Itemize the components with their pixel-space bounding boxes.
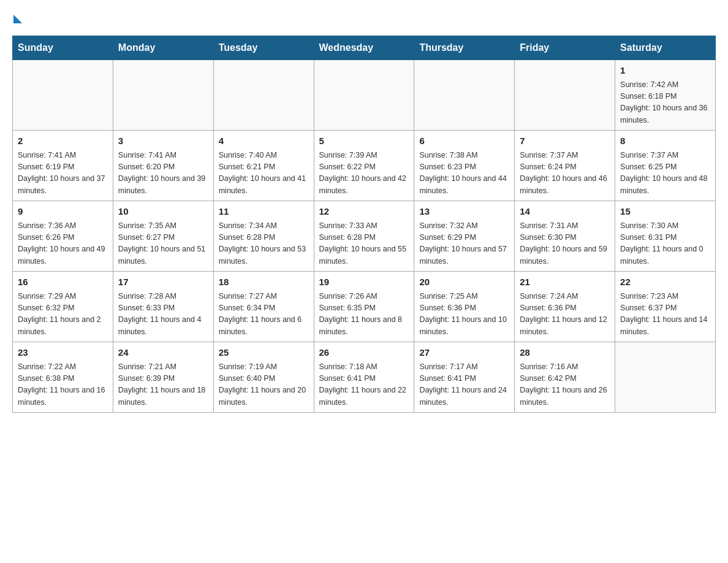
day-sun-info: Sunrise: 7:22 AM Sunset: 6:38 PM Dayligh…: [18, 361, 108, 409]
day-sun-info: Sunrise: 7:24 AM Sunset: 6:36 PM Dayligh…: [520, 291, 610, 339]
day-number: 6: [419, 134, 509, 148]
calendar-cell: 24Sunrise: 7:21 AM Sunset: 6:39 PM Dayli…: [113, 342, 213, 413]
calendar-cell: 27Sunrise: 7:17 AM Sunset: 6:41 PM Dayli…: [414, 342, 515, 413]
day-number: 4: [219, 134, 309, 148]
logo-arrow-icon: [13, 15, 22, 23]
day-sun-info: Sunrise: 7:23 AM Sunset: 6:37 PM Dayligh…: [620, 291, 710, 339]
calendar-cell: 13Sunrise: 7:32 AM Sunset: 6:29 PM Dayli…: [414, 201, 515, 272]
day-number: 27: [419, 346, 509, 360]
day-number: 10: [118, 205, 208, 219]
calendar-cell: [314, 60, 414, 131]
week-row-4: 16Sunrise: 7:29 AM Sunset: 6:32 PM Dayli…: [13, 272, 716, 342]
calendar-cell: 17Sunrise: 7:28 AM Sunset: 6:33 PM Dayli…: [113, 272, 213, 342]
day-sun-info: Sunrise: 7:37 AM Sunset: 6:24 PM Dayligh…: [520, 150, 610, 197]
calendar-cell: 8Sunrise: 7:37 AM Sunset: 6:25 PM Daylig…: [615, 131, 716, 201]
calendar-cell: 3Sunrise: 7:41 AM Sunset: 6:20 PM Daylig…: [113, 131, 213, 201]
calendar-cell: 11Sunrise: 7:34 AM Sunset: 6:28 PM Dayli…: [213, 201, 314, 272]
day-number: 13: [419, 205, 509, 219]
day-sun-info: Sunrise: 7:41 AM Sunset: 6:20 PM Dayligh…: [118, 150, 208, 197]
calendar-cell: 25Sunrise: 7:19 AM Sunset: 6:40 PM Dayli…: [213, 342, 314, 413]
calendar-cell: [113, 60, 213, 131]
day-sun-info: Sunrise: 7:39 AM Sunset: 6:22 PM Dayligh…: [319, 150, 409, 197]
col-sunday: Sunday: [13, 36, 113, 60]
day-sun-info: Sunrise: 7:42 AM Sunset: 6:18 PM Dayligh…: [620, 79, 710, 127]
week-row-2: 2Sunrise: 7:41 AM Sunset: 6:19 PM Daylig…: [13, 131, 716, 201]
calendar-cell: 20Sunrise: 7:25 AM Sunset: 6:36 PM Dayli…: [414, 272, 515, 342]
week-row-1: 1Sunrise: 7:42 AM Sunset: 6:18 PM Daylig…: [13, 60, 716, 131]
day-sun-info: Sunrise: 7:29 AM Sunset: 6:32 PM Dayligh…: [18, 291, 108, 339]
day-sun-info: Sunrise: 7:25 AM Sunset: 6:36 PM Dayligh…: [419, 291, 509, 339]
day-number: 19: [319, 275, 409, 289]
col-friday: Friday: [515, 36, 615, 60]
day-sun-info: Sunrise: 7:37 AM Sunset: 6:25 PM Dayligh…: [620, 150, 710, 197]
calendar-cell: 26Sunrise: 7:18 AM Sunset: 6:41 PM Dayli…: [314, 342, 414, 413]
day-sun-info: Sunrise: 7:40 AM Sunset: 6:21 PM Dayligh…: [219, 150, 309, 197]
calendar-cell: 7Sunrise: 7:37 AM Sunset: 6:24 PM Daylig…: [515, 131, 615, 201]
day-sun-info: Sunrise: 7:32 AM Sunset: 6:29 PM Dayligh…: [419, 220, 509, 268]
day-number: 9: [18, 205, 108, 219]
calendar-cell: [515, 60, 615, 131]
day-number: 11: [219, 205, 309, 219]
day-sun-info: Sunrise: 7:27 AM Sunset: 6:34 PM Dayligh…: [219, 291, 309, 339]
day-number: 8: [620, 134, 710, 148]
day-number: 21: [520, 275, 610, 289]
week-row-5: 23Sunrise: 7:22 AM Sunset: 6:38 PM Dayli…: [13, 342, 716, 413]
calendar-table: Sunday Monday Tuesday Wednesday Thursday…: [12, 36, 716, 413]
page-header: [12, 12, 716, 23]
day-sun-info: Sunrise: 7:36 AM Sunset: 6:26 PM Dayligh…: [18, 220, 108, 268]
calendar-cell: [414, 60, 515, 131]
calendar-cell: 1Sunrise: 7:42 AM Sunset: 6:18 PM Daylig…: [615, 60, 716, 131]
day-sun-info: Sunrise: 7:30 AM Sunset: 6:31 PM Dayligh…: [620, 220, 710, 268]
day-sun-info: Sunrise: 7:35 AM Sunset: 6:27 PM Dayligh…: [118, 220, 208, 268]
calendar-cell: 18Sunrise: 7:27 AM Sunset: 6:34 PM Dayli…: [213, 272, 314, 342]
calendar-cell: 22Sunrise: 7:23 AM Sunset: 6:37 PM Dayli…: [615, 272, 716, 342]
day-number: 25: [219, 346, 309, 360]
calendar-cell: 10Sunrise: 7:35 AM Sunset: 6:27 PM Dayli…: [113, 201, 213, 272]
calendar-cell: 19Sunrise: 7:26 AM Sunset: 6:35 PM Dayli…: [314, 272, 414, 342]
day-sun-info: Sunrise: 7:41 AM Sunset: 6:19 PM Dayligh…: [18, 150, 108, 197]
day-sun-info: Sunrise: 7:19 AM Sunset: 6:40 PM Dayligh…: [219, 361, 309, 409]
day-number: 24: [118, 346, 208, 360]
calendar-cell: 15Sunrise: 7:30 AM Sunset: 6:31 PM Dayli…: [615, 201, 716, 272]
calendar-cell: [615, 342, 716, 413]
calendar-cell: 5Sunrise: 7:39 AM Sunset: 6:22 PM Daylig…: [314, 131, 414, 201]
calendar-cell: 23Sunrise: 7:22 AM Sunset: 6:38 PM Dayli…: [13, 342, 113, 413]
col-monday: Monday: [113, 36, 213, 60]
day-sun-info: Sunrise: 7:31 AM Sunset: 6:30 PM Dayligh…: [520, 220, 610, 268]
day-number: 2: [18, 134, 108, 148]
day-sun-info: Sunrise: 7:26 AM Sunset: 6:35 PM Dayligh…: [319, 291, 409, 339]
day-number: 7: [520, 134, 610, 148]
calendar-cell: 9Sunrise: 7:36 AM Sunset: 6:26 PM Daylig…: [13, 201, 113, 272]
col-thursday: Thursday: [414, 36, 515, 60]
week-row-3: 9Sunrise: 7:36 AM Sunset: 6:26 PM Daylig…: [13, 201, 716, 272]
calendar-cell: 4Sunrise: 7:40 AM Sunset: 6:21 PM Daylig…: [213, 131, 314, 201]
day-number: 17: [118, 275, 208, 289]
day-sun-info: Sunrise: 7:16 AM Sunset: 6:42 PM Dayligh…: [520, 361, 610, 409]
day-number: 15: [620, 205, 710, 219]
day-sun-info: Sunrise: 7:33 AM Sunset: 6:28 PM Dayligh…: [319, 220, 409, 268]
calendar-cell: 12Sunrise: 7:33 AM Sunset: 6:28 PM Dayli…: [314, 201, 414, 272]
calendar-cell: 6Sunrise: 7:38 AM Sunset: 6:23 PM Daylig…: [414, 131, 515, 201]
day-sun-info: Sunrise: 7:18 AM Sunset: 6:41 PM Dayligh…: [319, 361, 409, 409]
day-number: 23: [18, 346, 108, 360]
calendar-header-row: Sunday Monday Tuesday Wednesday Thursday…: [13, 36, 716, 60]
day-sun-info: Sunrise: 7:38 AM Sunset: 6:23 PM Dayligh…: [419, 150, 509, 197]
calendar-cell: 2Sunrise: 7:41 AM Sunset: 6:19 PM Daylig…: [13, 131, 113, 201]
day-number: 16: [18, 275, 108, 289]
day-number: 14: [520, 205, 610, 219]
day-number: 5: [319, 134, 409, 148]
day-number: 20: [419, 275, 509, 289]
calendar-cell: 21Sunrise: 7:24 AM Sunset: 6:36 PM Dayli…: [515, 272, 615, 342]
day-number: 26: [319, 346, 409, 360]
calendar-cell: [213, 60, 314, 131]
day-number: 22: [620, 275, 710, 289]
day-sun-info: Sunrise: 7:28 AM Sunset: 6:33 PM Dayligh…: [118, 291, 208, 339]
day-sun-info: Sunrise: 7:21 AM Sunset: 6:39 PM Dayligh…: [118, 361, 208, 409]
day-number: 18: [219, 275, 309, 289]
day-number: 12: [319, 205, 409, 219]
day-number: 3: [118, 134, 208, 148]
col-wednesday: Wednesday: [314, 36, 414, 60]
calendar-cell: [13, 60, 113, 131]
calendar-cell: 14Sunrise: 7:31 AM Sunset: 6:30 PM Dayli…: [515, 201, 615, 272]
col-tuesday: Tuesday: [213, 36, 314, 60]
